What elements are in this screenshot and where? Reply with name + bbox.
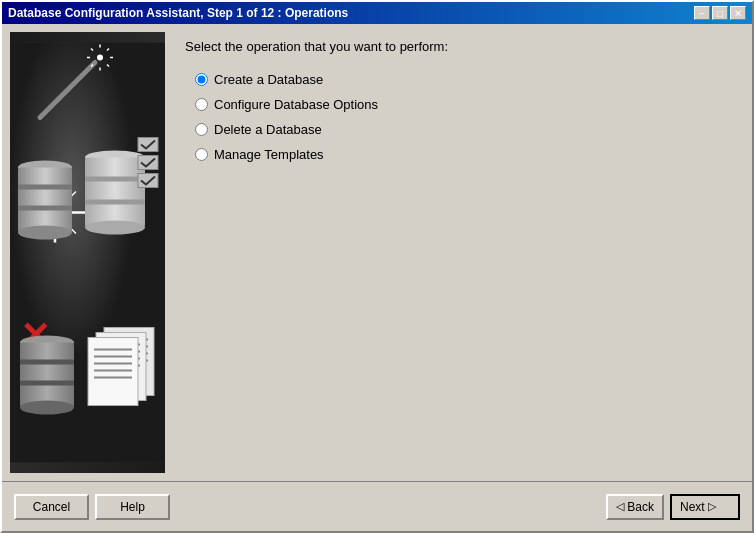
radio-group: Create a Database Configure Database Opt… bbox=[185, 72, 732, 162]
title-bar-controls: − □ ✕ bbox=[694, 6, 746, 20]
minimize-button[interactable]: − bbox=[694, 6, 710, 20]
back-button[interactable]: ◁ Back bbox=[606, 494, 664, 520]
svg-rect-32 bbox=[20, 343, 74, 408]
radio-item-configure[interactable]: Configure Database Options bbox=[195, 97, 732, 112]
svg-rect-21 bbox=[18, 206, 72, 211]
svg-rect-20 bbox=[18, 185, 72, 190]
close-button[interactable]: ✕ bbox=[730, 6, 746, 20]
right-panel: Select the operation that you want to pe… bbox=[165, 24, 752, 481]
radio-label-manage-templates: Manage Templates bbox=[214, 147, 324, 162]
radio-create-database[interactable] bbox=[195, 73, 208, 86]
window-title: Database Configuration Assistant, Step 1… bbox=[8, 6, 348, 20]
radio-label-delete: Delete a Database bbox=[214, 122, 322, 137]
bottom-right-buttons: ◁ Back Next ▷ bbox=[606, 494, 740, 520]
back-label: Back bbox=[627, 500, 654, 514]
radio-delete-database[interactable] bbox=[195, 123, 208, 136]
svg-point-33 bbox=[20, 401, 74, 415]
svg-rect-35 bbox=[20, 381, 74, 386]
radio-item-delete[interactable]: Delete a Database bbox=[195, 122, 732, 137]
radio-label-create: Create a Database bbox=[214, 72, 323, 87]
svg-point-19 bbox=[18, 226, 72, 240]
maximize-button[interactable]: □ bbox=[712, 6, 728, 20]
radio-label-configure: Configure Database Options bbox=[214, 97, 378, 112]
bottom-bar: Cancel Help ◁ Back Next ▷ bbox=[2, 481, 752, 531]
help-button[interactable]: Help bbox=[95, 494, 170, 520]
svg-rect-34 bbox=[20, 360, 74, 365]
svg-rect-23 bbox=[85, 158, 145, 228]
instruction-text: Select the operation that you want to pe… bbox=[185, 39, 732, 54]
svg-rect-18 bbox=[18, 168, 72, 233]
svg-rect-26 bbox=[85, 200, 145, 205]
svg-point-3 bbox=[97, 55, 103, 61]
radio-configure-options[interactable] bbox=[195, 98, 208, 111]
illustration-bg: ✕ bbox=[10, 32, 165, 473]
back-arrow-icon: ◁ bbox=[616, 500, 624, 513]
svg-point-24 bbox=[85, 221, 145, 235]
main-window: Database Configuration Assistant, Step 1… bbox=[0, 0, 754, 533]
radio-manage-templates[interactable] bbox=[195, 148, 208, 161]
next-label: Next bbox=[680, 500, 705, 514]
next-arrow-icon: ▷ bbox=[708, 500, 716, 513]
radio-item-create[interactable]: Create a Database bbox=[195, 72, 732, 87]
title-bar: Database Configuration Assistant, Step 1… bbox=[2, 2, 752, 24]
window-content: ✕ bbox=[2, 24, 752, 481]
bottom-left-buttons: Cancel Help bbox=[14, 494, 170, 520]
cancel-button[interactable]: Cancel bbox=[14, 494, 89, 520]
next-button[interactable]: Next ▷ bbox=[670, 494, 740, 520]
radio-item-manage-templates[interactable]: Manage Templates bbox=[195, 147, 732, 162]
illustration-svg: ✕ bbox=[10, 32, 165, 473]
svg-rect-25 bbox=[85, 177, 145, 182]
left-illustration-panel: ✕ bbox=[10, 32, 165, 473]
